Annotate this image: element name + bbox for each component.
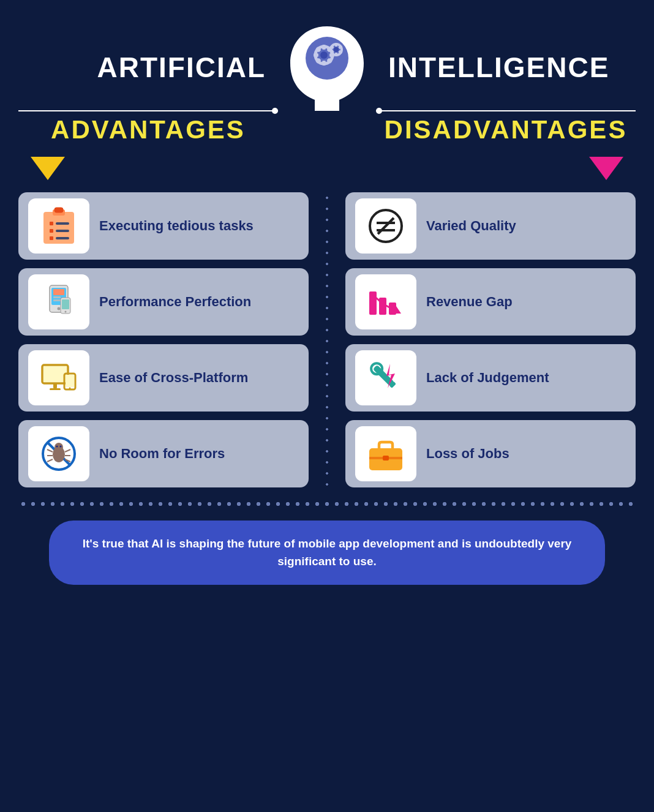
loss-jobs-label: Loss of Jobs (426, 445, 509, 463)
svg-rect-17 (335, 53, 337, 56)
list-item: Lack of Judgement (345, 344, 636, 412)
head-silhouette-icon (281, 20, 373, 115)
header-top: ARTIFICIAL (18, 18, 636, 116)
list-item: Varied Quality (345, 192, 636, 260)
list-item: Loss of Jobs (345, 420, 636, 487)
brain-icon-container (278, 18, 376, 116)
no-room-errors-label: No Room for Errors (99, 445, 225, 463)
list-item: Ease of Cross-Platform (18, 344, 309, 412)
header: ARTIFICIAL (18, 18, 636, 145)
svg-rect-26 (56, 230, 69, 232)
svg-point-48 (55, 443, 63, 451)
svg-rect-25 (50, 229, 53, 233)
subtitle-disadvantages: DISADVANTAGES (376, 115, 636, 145)
svg-point-13 (334, 47, 339, 52)
svg-rect-28 (56, 237, 69, 239)
list-item: No Room for Errors (18, 420, 309, 487)
desktop-mobile-icon-box (28, 350, 89, 405)
ease-cross-platform-label: Ease of Cross-Platform (99, 369, 248, 387)
svg-rect-24 (56, 222, 69, 225)
disadvantages-column: Varied Quality Revenue Gap (327, 192, 636, 487)
svg-point-50 (60, 446, 62, 448)
svg-rect-71 (383, 456, 389, 461)
svg-point-3 (320, 51, 328, 59)
no-bug-icon-box (28, 426, 89, 481)
triangle-pink-icon (589, 157, 623, 180)
header-subtitles: ADVANTAGES DISADVANTAGES (18, 115, 636, 145)
svg-line-54 (65, 449, 70, 452)
tools-icon (364, 356, 407, 399)
svg-rect-0 (315, 100, 339, 111)
svg-rect-22 (55, 208, 63, 212)
executing-tedious-label: Executing tedious tasks (99, 217, 254, 235)
footer-text: It's true that AI is shaping the future … (80, 535, 574, 570)
list-item: Executing tedious tasks (18, 192, 309, 260)
svg-rect-32 (53, 296, 61, 298)
svg-point-34 (58, 307, 61, 310)
svg-point-1 (306, 37, 348, 80)
triangle-left (18, 157, 327, 180)
title-artificial: ARTIFICIAL (18, 51, 278, 84)
svg-line-51 (47, 449, 53, 452)
chart-down-icon (364, 280, 407, 323)
briefcase-icon (364, 432, 407, 475)
tablet-icon (37, 280, 80, 323)
revenue-gap-label: Revenue Gap (426, 293, 513, 311)
advantages-column: Executing tedious tasks (18, 192, 327, 487)
list-item: Performance Perfection (18, 268, 309, 336)
triangle-yellow-icon (31, 157, 65, 180)
svg-line-58 (378, 218, 394, 234)
svg-rect-41 (50, 388, 61, 390)
tools-icon-box (355, 350, 416, 405)
title-intelligence: INTELLIGENCE (376, 51, 636, 84)
svg-rect-8 (322, 61, 326, 66)
header-line-right (376, 110, 636, 111)
svg-rect-43 (66, 375, 74, 387)
svg-rect-4 (322, 45, 326, 50)
not-equal-icon (364, 205, 407, 247)
tablet-icon-box (28, 274, 89, 329)
performance-perfection-label: Performance Perfection (99, 293, 251, 311)
chart-down-icon-box (355, 274, 416, 329)
clipboard-icon (37, 205, 80, 247)
varied-quality-label: Varied Quality (426, 217, 516, 235)
svg-rect-27 (50, 236, 53, 240)
dotted-divider (326, 192, 328, 487)
svg-rect-14 (335, 43, 337, 47)
svg-rect-31 (53, 289, 64, 295)
triangle-row (18, 157, 636, 180)
columns-wrapper: Executing tedious tasks (18, 192, 636, 487)
not-equal-icon-box (355, 198, 416, 254)
main-container: ARTIFICIAL (0, 0, 654, 812)
svg-rect-40 (53, 383, 57, 388)
svg-line-53 (47, 459, 53, 462)
svg-rect-36 (62, 299, 69, 309)
svg-point-44 (69, 388, 71, 389)
svg-point-37 (65, 311, 67, 313)
list-item: Revenue Gap (345, 268, 636, 336)
footer-box: It's true that AI is shaping the future … (49, 521, 604, 585)
svg-point-49 (56, 446, 58, 448)
clipboard-icon-box (28, 198, 89, 254)
subtitle-advantages: ADVANTAGES (18, 115, 278, 145)
svg-rect-62 (379, 298, 386, 315)
svg-rect-39 (43, 366, 67, 382)
briefcase-icon-box (355, 426, 416, 481)
header-line-left (18, 110, 278, 111)
header-subtitle-spacer (278, 115, 376, 145)
svg-rect-23 (50, 222, 53, 225)
bottom-dotted-line (18, 502, 636, 506)
desktop-mobile-icon (37, 356, 80, 399)
lack-judgement-label: Lack of Judgement (426, 369, 549, 387)
triangle-right (327, 157, 636, 180)
no-bug-icon (37, 432, 80, 475)
svg-rect-10 (314, 53, 318, 57)
